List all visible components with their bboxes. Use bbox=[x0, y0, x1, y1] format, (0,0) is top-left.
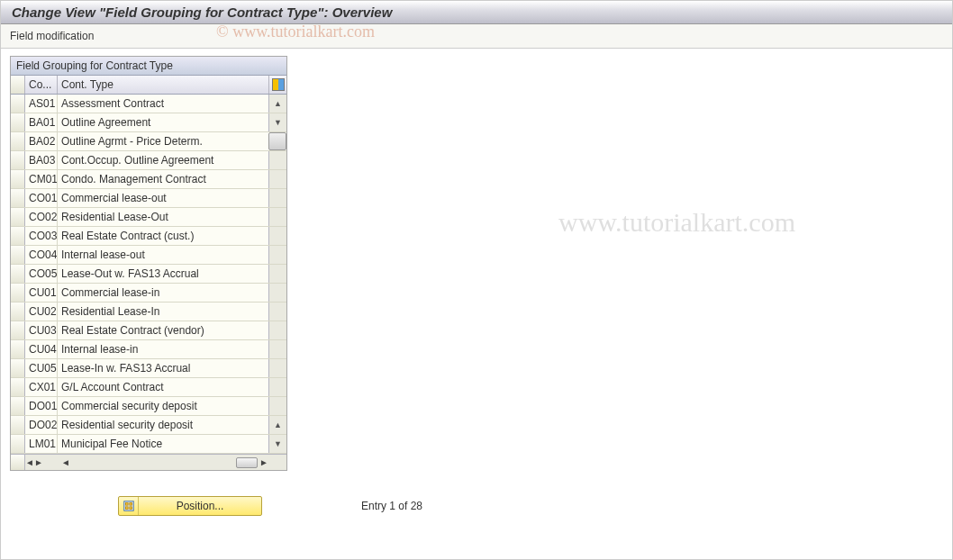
contract-type-cell[interactable]: Internal lease-out bbox=[58, 246, 268, 264]
contract-code-cell[interactable]: CO04 bbox=[25, 246, 58, 264]
contract-type-cell[interactable]: Lease-Out w. FAS13 Accrual bbox=[58, 265, 268, 283]
column-header-code[interactable]: Co... bbox=[25, 76, 58, 94]
table-row[interactable]: BA03Cont.Occup. Outline Agreement bbox=[11, 151, 286, 170]
contract-code-cell[interactable]: CU03 bbox=[25, 321, 58, 339]
table-row[interactable]: CU04Internal lease-in bbox=[11, 340, 286, 359]
contract-type-cell[interactable]: Commercial lease-out bbox=[58, 189, 268, 207]
contract-type-cell[interactable]: Municipal Fee Notice bbox=[58, 435, 268, 453]
row-select-handle[interactable] bbox=[11, 435, 25, 453]
contract-code-cell[interactable]: BA01 bbox=[25, 113, 58, 131]
table-row[interactable]: CO03Real Estate Contract (cust.) bbox=[11, 227, 286, 246]
contract-code-cell[interactable]: DO02 bbox=[25, 416, 58, 434]
contract-code-cell[interactable]: CU01 bbox=[25, 284, 58, 302]
contract-code-cell[interactable]: CO03 bbox=[25, 227, 58, 245]
row-select-handle[interactable] bbox=[11, 303, 25, 321]
table-row[interactable]: CO05Lease-Out w. FAS13 Accrual bbox=[11, 265, 286, 284]
contract-code-cell[interactable]: BA02 bbox=[25, 132, 58, 150]
row-select-handle[interactable] bbox=[11, 113, 25, 131]
row-select-handle[interactable] bbox=[11, 246, 25, 264]
position-button-label: Position... bbox=[139, 500, 261, 512]
contract-type-cell[interactable]: G/L Account Contract bbox=[58, 378, 268, 396]
position-icon bbox=[119, 497, 139, 515]
row-select-handle[interactable] bbox=[11, 284, 25, 302]
svg-rect-3 bbox=[125, 507, 128, 510]
contract-code-cell[interactable]: AS01 bbox=[25, 95, 58, 113]
row-select-handle[interactable] bbox=[11, 359, 25, 377]
hscroll-right-icon[interactable]: ► bbox=[34, 457, 43, 467]
contract-code-cell[interactable]: CX01 bbox=[25, 378, 58, 396]
horizontal-scrollbar[interactable]: ◄ ► ◄ ► bbox=[11, 454, 286, 470]
hscroll-thumb[interactable] bbox=[236, 457, 258, 468]
entry-status: Entry 1 of 28 bbox=[361, 500, 422, 512]
svg-rect-2 bbox=[129, 503, 132, 506]
contract-type-cell[interactable]: Assessment Contract bbox=[58, 95, 268, 113]
row-select-handle[interactable] bbox=[11, 189, 25, 207]
table-row[interactable]: CO04Internal lease-out bbox=[11, 246, 286, 265]
hscroll-right-icon[interactable]: ► bbox=[259, 457, 268, 467]
row-select-handle[interactable] bbox=[11, 95, 25, 113]
select-all-handle[interactable] bbox=[11, 76, 25, 94]
svg-rect-1 bbox=[125, 503, 128, 506]
contract-code-cell[interactable]: CO02 bbox=[25, 208, 58, 226]
contract-type-cell[interactable]: Residential Lease-Out bbox=[58, 208, 268, 226]
contract-code-cell[interactable]: CO01 bbox=[25, 189, 58, 207]
contract-type-cell[interactable]: Outline Agreement bbox=[58, 113, 268, 131]
column-header-type[interactable]: Cont. Type bbox=[58, 76, 268, 94]
vscroll-thumb[interactable] bbox=[268, 132, 286, 150]
scroll-down-icon[interactable]: ▼ bbox=[274, 440, 282, 448]
row-select-handle[interactable] bbox=[11, 416, 25, 434]
position-button[interactable]: Position... bbox=[118, 496, 262, 516]
table-row[interactable]: DO01Commercial security deposit bbox=[11, 397, 286, 416]
row-select-handle[interactable] bbox=[11, 208, 25, 226]
table-row[interactable]: LM01Municipal Fee Notice▼ bbox=[11, 435, 286, 454]
table-settings-icon[interactable] bbox=[272, 78, 285, 91]
contract-type-cell[interactable]: Condo. Management Contract bbox=[58, 170, 268, 188]
contract-code-cell[interactable]: CU04 bbox=[25, 340, 58, 358]
scroll-down-icon[interactable]: ▼ bbox=[274, 119, 282, 127]
row-select-handle[interactable] bbox=[11, 265, 25, 283]
row-select-handle[interactable] bbox=[11, 321, 25, 339]
contract-type-cell[interactable]: Commercial security deposit bbox=[58, 397, 268, 415]
row-select-handle[interactable] bbox=[11, 378, 25, 396]
table-row[interactable]: CX01G/L Account Contract bbox=[11, 378, 286, 397]
contract-type-cell[interactable]: Outline Agrmt - Price Determ. bbox=[58, 132, 268, 150]
scroll-up-icon[interactable]: ▲ bbox=[274, 421, 282, 429]
contract-type-cell[interactable]: Lease-In w. FAS13 Accrual bbox=[58, 359, 268, 377]
table-row[interactable]: DO02Residential security deposit▲ bbox=[11, 416, 286, 435]
contract-code-cell[interactable]: CO05 bbox=[25, 265, 58, 283]
contract-type-cell[interactable]: Internal lease-in bbox=[58, 340, 268, 358]
contract-code-cell[interactable]: DO01 bbox=[25, 397, 58, 415]
hscroll-left-icon[interactable]: ◄ bbox=[25, 457, 34, 467]
contract-code-cell[interactable]: CM01 bbox=[25, 170, 58, 188]
table-row[interactable]: BA01Outline Agreement▼ bbox=[11, 113, 286, 132]
table-row[interactable]: AS01Assessment Contract▲ bbox=[11, 95, 286, 113]
contract-type-cell[interactable]: Residential Lease-In bbox=[58, 303, 268, 321]
field-modification-button[interactable]: Field modification bbox=[10, 30, 94, 42]
table-row[interactable]: CO01Commercial lease-out bbox=[11, 189, 286, 208]
contract-type-cell[interactable]: Real Estate Contract (cust.) bbox=[58, 227, 268, 245]
contract-type-cell[interactable]: Cont.Occup. Outline Agreement bbox=[58, 151, 268, 169]
hscroll-left-icon[interactable]: ◄ bbox=[61, 457, 70, 467]
contract-type-cell[interactable]: Real Estate Contract (vendor) bbox=[58, 321, 268, 339]
contract-type-cell[interactable]: Residential security deposit bbox=[58, 416, 268, 434]
row-select-handle[interactable] bbox=[11, 151, 25, 169]
row-select-handle[interactable] bbox=[11, 227, 25, 245]
contract-code-cell[interactable]: LM01 bbox=[25, 435, 58, 453]
page-title: Change View "Field Grouping for Contract… bbox=[1, 1, 952, 24]
contract-code-cell[interactable]: CU05 bbox=[25, 359, 58, 377]
table-row[interactable]: CM01Condo. Management Contract bbox=[11, 170, 286, 189]
contract-code-cell[interactable]: BA03 bbox=[25, 151, 58, 169]
contract-code-cell[interactable]: CU02 bbox=[25, 303, 58, 321]
table-row[interactable]: CU05Lease-In w. FAS13 Accrual bbox=[11, 359, 286, 378]
table-row[interactable]: BA02Outline Agrmt - Price Determ. bbox=[11, 132, 286, 151]
table-row[interactable]: CO02Residential Lease-Out bbox=[11, 208, 286, 227]
table-row[interactable]: CU01Commercial lease-in bbox=[11, 284, 286, 303]
table-row[interactable]: CU02Residential Lease-In bbox=[11, 303, 286, 321]
contract-type-cell[interactable]: Commercial lease-in bbox=[58, 284, 268, 302]
row-select-handle[interactable] bbox=[11, 170, 25, 188]
row-select-handle[interactable] bbox=[11, 397, 25, 415]
scroll-up-icon[interactable]: ▲ bbox=[274, 100, 282, 108]
row-select-handle[interactable] bbox=[11, 340, 25, 358]
table-row[interactable]: CU03Real Estate Contract (vendor) bbox=[11, 321, 286, 340]
row-select-handle[interactable] bbox=[11, 132, 25, 150]
